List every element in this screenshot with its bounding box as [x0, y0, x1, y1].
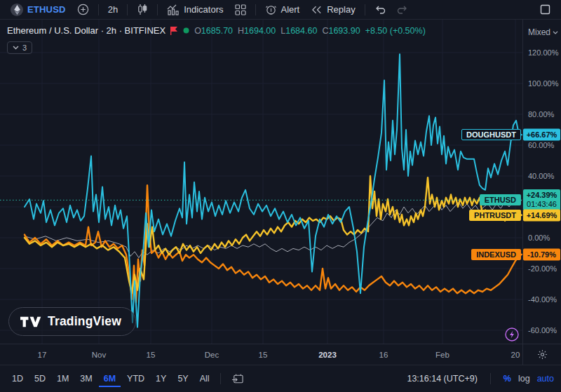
- tradingview-app: ETHUSD 2h Indicators: [0, 0, 561, 392]
- grid-icon: [235, 4, 246, 15]
- lightning-icon[interactable]: [504, 327, 520, 342]
- axis-settings-corner[interactable]: [522, 344, 561, 365]
- redo-button[interactable]: [392, 4, 413, 15]
- price-label-phtrusdt: +14.69%: [523, 209, 560, 221]
- redo-icon: [397, 5, 408, 14]
- divider: [157, 4, 158, 15]
- price-scale-mode-button[interactable]: Mixed: [528, 27, 558, 37]
- time-label: Nov: [92, 351, 106, 359]
- price-label-indexusd: -10.79%: [523, 248, 560, 260]
- auto-scale-button[interactable]: auto: [537, 374, 554, 384]
- price-tick: 40.00%: [528, 172, 554, 180]
- range-button-all[interactable]: All: [195, 371, 215, 387]
- indicator-templates-button[interactable]: [230, 3, 251, 17]
- top-toolbar: ETHUSD 2h Indicators: [0, 0, 561, 20]
- time-labels[interactable]: 17Nov15Dec15202316Feb20: [0, 344, 522, 365]
- replay-rewind-icon: [311, 5, 323, 15]
- range-button-3m[interactable]: 3M: [75, 371, 97, 387]
- time-axis[interactable]: 17Nov15Dec15202316Feb20: [0, 344, 561, 365]
- legend-collapse-button[interactable]: 3: [7, 41, 32, 54]
- time-label: 15: [147, 351, 156, 359]
- candlestick-icon: [137, 4, 148, 15]
- interval-label: 2h: [108, 4, 118, 15]
- symbol-legend[interactable]: Ethereum / U.S. Dollar · 2h · BITFINEX O…: [7, 25, 426, 36]
- chevron-down-icon: [553, 31, 558, 34]
- range-button-ytd[interactable]: YTD: [122, 371, 149, 387]
- replay-button[interactable]: Replay: [306, 3, 360, 16]
- indicators-button[interactable]: Indicators: [162, 3, 228, 17]
- price-tick: -20.00%: [528, 264, 557, 273]
- alarm-clock-icon: [265, 4, 277, 15]
- alert-label: Alert: [281, 4, 300, 15]
- open-value: 1685.70: [201, 26, 233, 36]
- symbol-button[interactable]: ETHUSD: [6, 2, 71, 18]
- divider: [255, 4, 256, 15]
- time-label: 15: [259, 351, 268, 359]
- flag-icon[interactable]: [170, 27, 178, 35]
- undo-button[interactable]: [370, 4, 391, 15]
- range-button-5d[interactable]: 5D: [29, 371, 50, 387]
- plus-circle-icon: [77, 4, 89, 15]
- time-label: 20: [511, 351, 520, 359]
- chevron-down-icon: [13, 46, 19, 50]
- divider: [365, 4, 365, 15]
- price-label-ethusd: +24.39%01:43:46: [523, 189, 560, 210]
- tradingview-logo-icon: [20, 316, 41, 327]
- range-button-6m[interactable]: 6M: [99, 371, 121, 387]
- indicators-label: Indicators: [184, 4, 223, 15]
- price-tick: 80.00%: [528, 110, 554, 119]
- symbol-name: ETHUSD: [27, 4, 66, 15]
- fullscreen-icon: [540, 4, 550, 15]
- price-tick: 100.00%: [528, 79, 558, 88]
- price-tick: 60.00%: [528, 141, 554, 149]
- indicators-icon: [167, 4, 180, 15]
- series-label-doughusdt[interactable]: DOUGHUSDT: [461, 129, 521, 140]
- series-label-phtrusdt[interactable]: PHTRUSDT: [469, 210, 521, 221]
- chart-area: Ethereum / U.S. Dollar · 2h · BITFINEX O…: [0, 20, 561, 344]
- price-label-doughusdt: +66.67%: [523, 129, 560, 141]
- time-label: Dec: [205, 351, 219, 359]
- interval-button[interactable]: 2h: [103, 3, 123, 16]
- go-to-date-icon: [231, 374, 243, 384]
- time-label: 17: [38, 351, 47, 359]
- log-scale-button[interactable]: log: [518, 374, 530, 384]
- range-button-1d[interactable]: 1D: [7, 371, 28, 387]
- alert-button[interactable]: Alert: [260, 3, 305, 17]
- ethereum-logo-icon: [11, 4, 23, 16]
- ohlc-values: O1685.70 H1694.00 L1684.60 C1693.90 +8.5…: [194, 26, 426, 36]
- divider: [220, 373, 221, 384]
- indicator-count: 3: [22, 43, 27, 52]
- divider: [127, 4, 128, 15]
- market-status-dot[interactable]: [183, 27, 189, 34]
- tradingview-watermark[interactable]: TradingView: [8, 307, 136, 336]
- range-button-1m[interactable]: 1M: [52, 371, 74, 387]
- price-tick: 120.00%: [528, 48, 558, 57]
- price-scale-mode-label: Mixed: [528, 27, 550, 37]
- gear-icon[interactable]: [537, 349, 548, 360]
- bottom-toolbar: 1D5D1M3M6MYTD1Y5YAll 13:16:14 (UTC+9) % …: [0, 365, 561, 392]
- range-button-1y[interactable]: 1Y: [151, 371, 171, 387]
- close-value: 1693.90: [328, 26, 360, 36]
- chart-pane[interactable]: Ethereum / U.S. Dollar · 2h · BITFINEX O…: [0, 20, 522, 344]
- divider: [490, 373, 491, 384]
- undo-icon: [374, 5, 386, 14]
- low-value: 1684.60: [285, 26, 317, 36]
- time-label: 2023: [318, 351, 337, 359]
- divider: [98, 4, 99, 15]
- chart-canvas[interactable]: [0, 20, 522, 344]
- series-label-indexusd[interactable]: INDEXUSD: [471, 249, 521, 260]
- high-value: 1694.00: [244, 26, 276, 36]
- price-tick: -60.00%: [528, 326, 557, 334]
- percent-scale-button[interactable]: %: [503, 374, 511, 384]
- price-tick: -40.00%: [528, 295, 557, 304]
- compare-button[interactable]: [72, 2, 94, 17]
- price-scale[interactable]: Mixed 120.00%100.00%80.00%60.00%40.00%0.…: [522, 20, 561, 344]
- price-tick: 0.00%: [528, 234, 550, 242]
- watermark-text: TradingView: [48, 314, 121, 329]
- chart-type-button[interactable]: [132, 2, 153, 17]
- go-to-date-button[interactable]: [227, 372, 248, 386]
- range-button-5y[interactable]: 5Y: [173, 371, 193, 387]
- clock-label[interactable]: 13:16:14 (UTC+9): [407, 374, 477, 384]
- fullscreen-button[interactable]: [535, 3, 555, 16]
- series-label-ethusd[interactable]: ETHUSD: [480, 194, 521, 205]
